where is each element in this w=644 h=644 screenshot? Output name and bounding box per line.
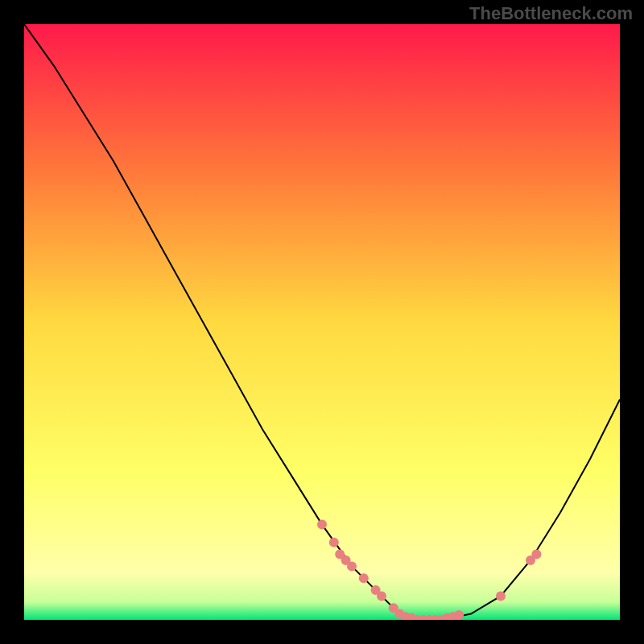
watermark-text: TheBottleneck.com: [469, 3, 633, 24]
data-marker: [329, 538, 339, 547]
plot-area: [24, 24, 620, 620]
data-marker: [454, 610, 464, 620]
bottleneck-curve: [24, 24, 620, 620]
data-marker: [317, 520, 327, 530]
data-marker: [359, 573, 369, 583]
data-markers: [317, 520, 541, 620]
data-marker: [531, 550, 541, 559]
data-marker: [377, 591, 386, 601]
data-marker: [347, 561, 357, 571]
data-marker: [496, 591, 506, 601]
curve-layer: [24, 24, 620, 620]
